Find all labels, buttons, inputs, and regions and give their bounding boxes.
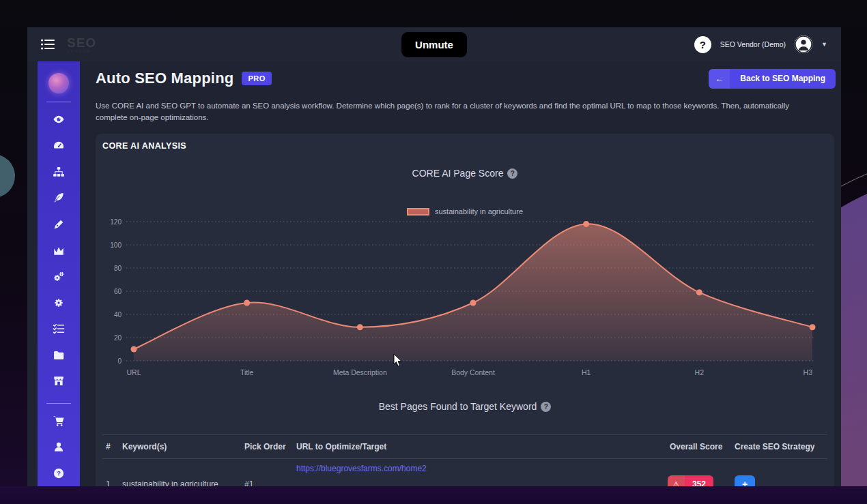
gears-icon	[53, 271, 65, 283]
sidebar-item-eye[interactable]	[38, 106, 80, 132]
table-header-row: # Keyword(s) Pick Order URL to Optimize/…	[102, 434, 827, 459]
x-axis-label: H2	[695, 368, 705, 376]
chart-point-body-content[interactable]	[470, 300, 477, 306]
sidebar-item-help[interactable]: ?	[38, 460, 80, 486]
back-button-label: Back to SEO Mapping	[730, 69, 836, 89]
y-axis-label: 120	[110, 218, 122, 226]
seo-vendor-logo[interactable]: SEO VENDOR	[67, 36, 96, 53]
row-number: 1	[106, 479, 111, 486]
col-header-url: URL to Optimize/Target	[296, 442, 386, 451]
help-icon: ?	[53, 467, 65, 479]
chart-point-title[interactable]	[244, 300, 250, 306]
page-score-chart: 020406080100120URLTitleMeta DescriptionB…	[96, 205, 834, 383]
chart-area-fill	[134, 224, 812, 361]
col-header-create-strategy: Create SEO Strategy	[735, 442, 814, 451]
sidebar-item-cart[interactable]	[38, 408, 80, 434]
y-axis-label: 80	[114, 265, 122, 272]
pen-icon	[53, 218, 65, 231]
gear-icon	[53, 297, 65, 309]
chart-point-h2[interactable]	[696, 289, 702, 295]
avatar[interactable]	[795, 35, 812, 53]
chart-title: CORE AI Page Score	[412, 168, 504, 179]
logo-sphere-icon[interactable]	[48, 73, 69, 93]
x-axis-label: Title	[240, 368, 254, 376]
y-axis-label: 40	[114, 311, 122, 318]
col-header-overall-score: Overall Score	[670, 442, 722, 451]
person-avatar-icon	[795, 35, 812, 53]
feather-icon	[53, 192, 65, 204]
chart-point-url[interactable]	[131, 346, 137, 353]
chart-point-h1[interactable]	[583, 221, 589, 227]
logo-subtext: VENDOR	[67, 50, 96, 53]
back-to-seo-mapping-button[interactable]: ← Back to SEO Mapping	[709, 69, 836, 89]
sitemap-icon	[53, 166, 65, 178]
sidebar-item-pen[interactable]	[38, 211, 80, 237]
unmute-button[interactable]: Unmute	[401, 32, 467, 57]
sidebar-item-area-chart[interactable]	[38, 237, 80, 263]
chart-title-row: CORE AI Page Score ?	[96, 168, 834, 179]
table-title-row: Best Pages Found to Target Keyword ?	[96, 401, 834, 412]
sidebar-item-person[interactable]	[38, 434, 80, 460]
table-row: https://bluegrovesfarms.com/home2 1 sust…	[102, 459, 827, 486]
back-arrow-icon: ←	[709, 69, 730, 89]
create-seo-strategy-button[interactable]: +	[735, 475, 755, 486]
area-chart-icon	[53, 244, 65, 256]
x-axis-label: Meta Description	[333, 368, 387, 376]
table-help-icon[interactable]: ?	[541, 402, 551, 412]
sidebar-item-checklist[interactable]	[38, 316, 80, 342]
target-url-link[interactable]: https://bluegrovesfarms.com/home2	[296, 464, 427, 473]
chart-help-icon[interactable]: ?	[507, 168, 517, 179]
sidebar-item-gauge[interactable]	[38, 132, 80, 158]
sidebar-item-gear[interactable]	[38, 290, 80, 316]
y-axis-label: 60	[114, 288, 122, 295]
sidebar-divider	[46, 403, 71, 404]
warning-icon: ⚠	[668, 475, 685, 486]
sidebar: ?	[38, 61, 80, 486]
sidebar-divider	[46, 102, 71, 102]
sidebar-item-sitemap[interactable]	[38, 158, 80, 184]
row-keyword: sustainability in agriculture	[122, 479, 218, 486]
chart-point-meta-description[interactable]	[357, 324, 363, 330]
page-description: Use CORE AI and SEO GPT to automate an S…	[96, 100, 817, 123]
sidebar-item-feather[interactable]	[38, 185, 80, 211]
eye-icon	[53, 113, 65, 125]
page-title: Auto SEO Mapping	[96, 70, 233, 87]
sidebar-item-gears[interactable]	[38, 263, 80, 289]
card-title: CORE AI ANALYSIS	[102, 141, 186, 151]
row-pick-order: #1	[244, 479, 253, 486]
page: { "frame": { "unmute_label": "Unmute" },…	[0, 0, 867, 504]
col-header-num: #	[106, 442, 111, 451]
cart-icon	[53, 415, 65, 427]
chart-point-h3[interactable]	[810, 324, 816, 330]
col-header-pick-order: Pick Order	[244, 442, 286, 451]
chevron-down-icon[interactable]: ▼	[821, 41, 827, 48]
y-axis-label: 0	[117, 357, 122, 365]
y-axis-label: 100	[110, 241, 122, 249]
y-axis-label: 20	[114, 334, 122, 342]
svg-text:?: ?	[57, 469, 61, 477]
topbar-right: ? SEO Vendor (Demo) ▼	[694, 35, 827, 53]
menu-list-icon[interactable]	[41, 39, 55, 50]
x-axis-label: H3	[804, 368, 813, 376]
col-header-keyword: Keyword(s)	[122, 442, 167, 451]
x-axis-label: Body Content	[451, 368, 495, 376]
overall-score-badge[interactable]: ⚠ 352	[668, 475, 713, 486]
logo-text: SEO	[67, 36, 96, 49]
pro-badge: PRO	[242, 72, 271, 85]
core-ai-analysis-card: CORE AI ANALYSIS CORE AI Page Score ? su…	[96, 134, 834, 486]
topbar: SEO VENDOR Unmute ? SEO Vendor (Demo) ▼	[27, 27, 841, 61]
store-icon	[53, 375, 65, 387]
score-value: 352	[685, 475, 713, 486]
x-axis-label: URL	[126, 368, 141, 376]
x-axis-label: H1	[582, 368, 591, 376]
decor-bottom-band	[0, 486, 867, 504]
gauge-icon	[53, 139, 65, 151]
folder-icon	[53, 349, 65, 361]
page-header: Auto SEO Mapping PRO ← Back to SEO Mappi…	[96, 67, 836, 90]
sidebar-item-folder[interactable]	[38, 342, 80, 368]
help-icon[interactable]: ?	[694, 36, 711, 53]
person-icon	[53, 441, 65, 453]
app-window: SEO VENDOR Unmute ? SEO Vendor (Demo) ▼ …	[27, 27, 841, 486]
sidebar-item-store[interactable]	[38, 368, 80, 394]
user-account-label: SEO Vendor (Demo)	[720, 40, 786, 48]
